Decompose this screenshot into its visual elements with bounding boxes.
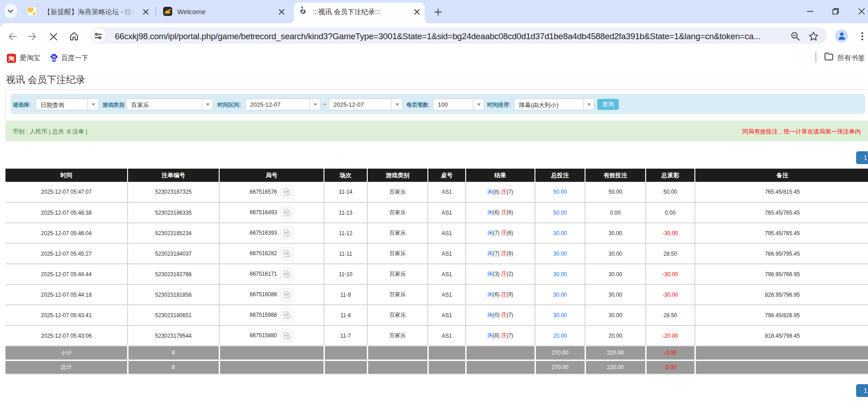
svg-text:du: du xyxy=(52,57,56,62)
svg-text:淘: 淘 xyxy=(8,55,15,62)
